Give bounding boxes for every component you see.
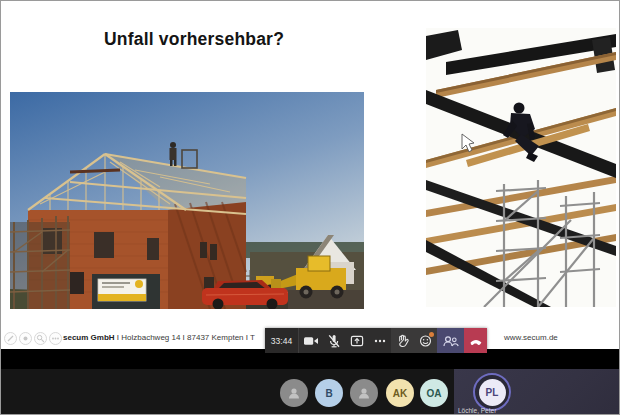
reaction-badge	[429, 332, 434, 337]
avatar-anonymous-2[interactable]	[350, 379, 378, 407]
meeting-control-bar: 33:44	[265, 328, 487, 353]
person-silhouette-icon	[356, 385, 372, 401]
avatar-ak[interactable]: AK	[386, 379, 414, 407]
reactions-segment	[391, 328, 437, 353]
participants-icon[interactable]	[437, 328, 464, 353]
avatar-oa[interactable]: OA	[420, 379, 448, 407]
slide-footer-address: secum GmbH I Holzbachweg 14 I 87437 Kemp…	[63, 333, 255, 342]
participants-bar: B AK OA PL Löchle, Peter	[1, 369, 620, 415]
camera-icon[interactable]	[299, 328, 322, 353]
presenter-toolbar	[4, 332, 62, 345]
reactions-smiley-icon[interactable]	[414, 328, 437, 353]
share-screen-icon[interactable]	[345, 328, 368, 353]
avatar-initials: AK	[393, 388, 407, 399]
more-options-icon[interactable]	[368, 328, 391, 353]
active-speaker-name: Löchle, Peter	[458, 407, 496, 414]
slide-footer-url: www.secum.de	[504, 333, 558, 342]
mic-muted-icon[interactable]	[322, 328, 345, 353]
avatar-b[interactable]: B	[315, 379, 343, 407]
avatar-anonymous-1[interactable]	[280, 379, 308, 407]
more-icon[interactable]	[49, 332, 62, 345]
avatar-pl: PL	[479, 379, 506, 406]
magnifier-icon[interactable]	[34, 332, 47, 345]
footer-company: secum GmbH	[63, 333, 115, 342]
meeting-window: Unfall vorhersehbar?	[0, 0, 620, 415]
worker-on-beams-photo	[426, 28, 616, 307]
presentation-slide: Unfall vorhersehbar?	[1, 1, 620, 349]
meeting-timer: 33:44	[265, 328, 299, 353]
footer-address: I Holzbachweg 14 I 87437 Kempten I T	[115, 333, 255, 342]
house-construction-photo	[10, 92, 364, 309]
laser-pointer-icon[interactable]	[19, 332, 32, 345]
hangup-phone-icon[interactable]	[464, 328, 487, 353]
person-silhouette-icon	[286, 385, 302, 401]
avatar-initials: OA	[427, 388, 442, 399]
raise-hand-icon[interactable]	[391, 328, 414, 353]
avatar-initials: B	[325, 388, 332, 399]
slide-title: Unfall vorhersehbar?	[104, 29, 284, 50]
active-speaker-tile[interactable]: PL Löchle, Peter	[454, 369, 620, 415]
speaking-indicator-ring: PL	[473, 373, 511, 411]
pen-icon[interactable]	[4, 332, 17, 345]
